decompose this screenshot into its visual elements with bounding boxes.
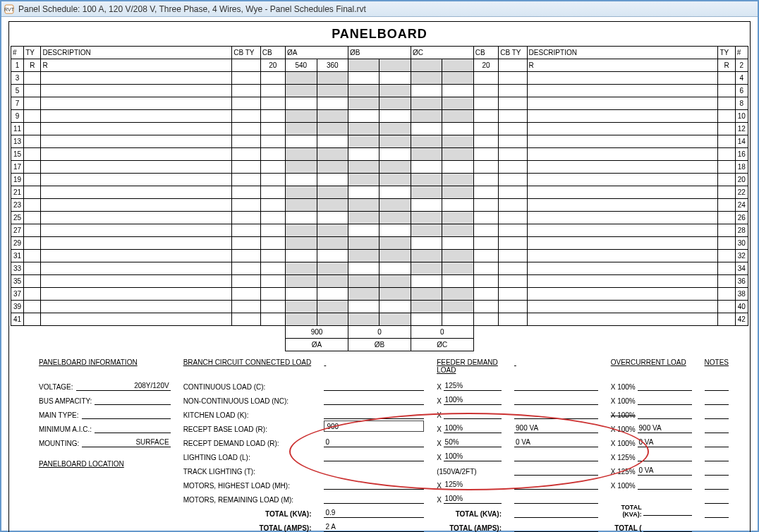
cont-l: CONTINUOUS LOAD (C): [183, 383, 269, 391]
recdemand-v[interactable]: 0 [324, 438, 424, 447]
recbase-l: RECEPT BASE LOAD (R): [183, 425, 270, 433]
o-totkva-l: TOTAL (KVA): [611, 504, 642, 518]
recbase-input[interactable] [324, 421, 424, 432]
feeder-hdr: FEEDER DEMAND LOAD [437, 358, 502, 377]
circuit-row: 1RR2054036020RR2 [11, 59, 748, 72]
hdr-oc: ØC [411, 47, 473, 59]
o-0b[interactable]: 0 VA [638, 466, 692, 476]
branch-values-col: 0 0.9 2 A [324, 358, 424, 532]
kitchen-v[interactable] [324, 410, 424, 419]
overcurrent-col: OVERCURRENT LOAD X 100% X 100% X 100% X … [611, 358, 692, 532]
circuit-row: 1516 [11, 148, 748, 161]
circuit-row: 3536 [11, 275, 748, 288]
circuit-row: 2324 [11, 199, 748, 212]
mount-val: SURFACE [82, 438, 170, 447]
titlebar[interactable]: RVT Panel Schedule: 100 A, 120 V/208 V, … [1, 1, 758, 17]
header-row: # TY DESCRIPTION CB TY CB ØA ØB ØC CB CB… [11, 47, 748, 59]
main-val [82, 410, 171, 419]
lower-section: PANELBOARD INFORMATION VOLTAGE:208Y/120V… [11, 351, 748, 532]
motorr-v[interactable] [324, 495, 424, 504]
motorh-v[interactable] [324, 480, 424, 490]
circuit-row: 2728 [11, 224, 748, 237]
lighting-l: LIGHTING LOAD (L): [183, 454, 253, 461]
feeder-val-col: 900 VA 0 VA [514, 358, 598, 532]
o-100a: X 100% [611, 383, 636, 391]
panel-info-col: PANELBOARD INFORMATION VOLTAGE:208Y/120V… [39, 358, 171, 532]
rvt-file-icon: RVT [4, 4, 16, 14]
f-100b: 100% [444, 424, 502, 433]
circuit-row: 1920 [11, 174, 748, 186]
o-0a[interactable]: 0 VA [638, 438, 692, 447]
circuit-row: 3132 [11, 250, 748, 262]
panel-info-hdr: PANELBOARD INFORMATION [39, 358, 171, 377]
totkva-v: 0.9 [324, 509, 424, 518]
voltage-label: VOLTAGE: [39, 383, 76, 391]
circuit-row: 4142 [11, 313, 748, 326]
totkva-l: TOTAL (KVA): [265, 510, 311, 518]
f-totkva-l: TOTAL (KVA): [456, 510, 502, 518]
lbl-oc: ØC [411, 339, 473, 351]
aic-label: MINIMUM A.I.C.: [39, 425, 95, 433]
main-label: MAIN TYPE: [39, 411, 82, 419]
f-0[interactable]: 0 VA [514, 438, 598, 447]
circuit-row: 2526 [11, 212, 748, 224]
page-title: PANELBOARD [11, 25, 748, 46]
totals-row: 900 0 0 [11, 326, 748, 339]
panel-loc-hdr: PANELBOARD LOCATION [39, 460, 171, 478]
lbl-oa: ØA [286, 339, 348, 351]
hdr-desc-r: DESCRIPTION [527, 47, 718, 59]
circuit-row: 3334 [11, 262, 748, 275]
svg-text:RVT: RVT [4, 7, 15, 12]
bus-label: BUS AMPACITY: [39, 397, 95, 405]
hdr-ty-r: TY [718, 47, 735, 59]
f-125a: 125% [444, 382, 502, 391]
totamp-l: TOTAL (AMPS): [260, 524, 312, 532]
window-title: Panel Schedule: 100 A, 120 V/208 V, Thre… [18, 4, 366, 14]
f-x1: X [437, 383, 442, 391]
page-content: PANELBOARD # TY DESCRIPTION CB TY CB ØA … [1, 17, 758, 532]
circuit-row: 1718 [11, 161, 748, 174]
o-900[interactable]: 900 VA [638, 424, 692, 433]
circuit-row: 1314 [11, 135, 748, 148]
motorh-l: MOTORS, HIGHEST LOAD (MH): [183, 482, 293, 490]
voltage-val: 208Y/120V [76, 382, 171, 391]
circuit-row: 910 [11, 110, 748, 123]
mount-label: MOUNTING: [39, 440, 82, 447]
hdr-num-l: # [11, 47, 24, 59]
branch-col: BRANCH CIRCUIT CONNECTED LOAD CONTINUOUS… [183, 358, 312, 532]
circuit-row: 2122 [11, 186, 748, 199]
lighting-v[interactable] [324, 452, 424, 461]
circuit-row: 34 [11, 72, 748, 85]
hdr-cbty-l: CB TY [232, 47, 260, 59]
notes-col: NOTES [705, 358, 729, 532]
f-100d: 100% [444, 495, 502, 504]
motorr-l: MOTORS, REMAINING LOAD (M): [183, 496, 297, 504]
total-oa: 900 [286, 326, 348, 339]
noncont-v[interactable] [324, 396, 424, 405]
f-125b: 125% [444, 480, 502, 490]
total-oc: 0 [411, 326, 473, 339]
window: RVT Panel Schedule: 100 A, 120 V/208 V, … [0, 0, 759, 532]
totamp-v: 2 A [324, 523, 424, 532]
o-tot-l: TOTAL ( [611, 524, 642, 532]
circuit-row: 56 [11, 85, 748, 97]
recdemand-l: RECEPT DEMAND LOAD (R): [183, 440, 282, 447]
hdr-cb-l: CB [260, 47, 285, 59]
f-50: 50% [444, 438, 502, 447]
feeder-pct-col: FEEDER DEMAND LOAD X 125% X 100% X X 100… [437, 358, 502, 532]
total-ob: 0 [348, 326, 411, 339]
branch-hdr: BRANCH CIRCUIT CONNECTED LOAD [183, 358, 312, 377]
hdr-desc-l: DESCRIPTION [41, 47, 232, 59]
f-100a: 100% [444, 396, 502, 405]
hdr-num-r: # [735, 47, 748, 59]
f-900[interactable]: 900 VA [514, 424, 598, 433]
circuit-row: 1112 [11, 123, 748, 135]
track-l: TRACK LIGHTING (T): [183, 468, 258, 476]
circuit-row: 3738 [11, 288, 748, 301]
aic-val [95, 424, 171, 433]
circuit-row: 78 [11, 97, 748, 110]
cont-v[interactable] [324, 382, 424, 391]
kitchen-l: KITCHEN LOAD (K): [183, 411, 252, 419]
hdr-ob: ØB [348, 47, 411, 59]
hdr-oa: ØA [286, 47, 348, 59]
